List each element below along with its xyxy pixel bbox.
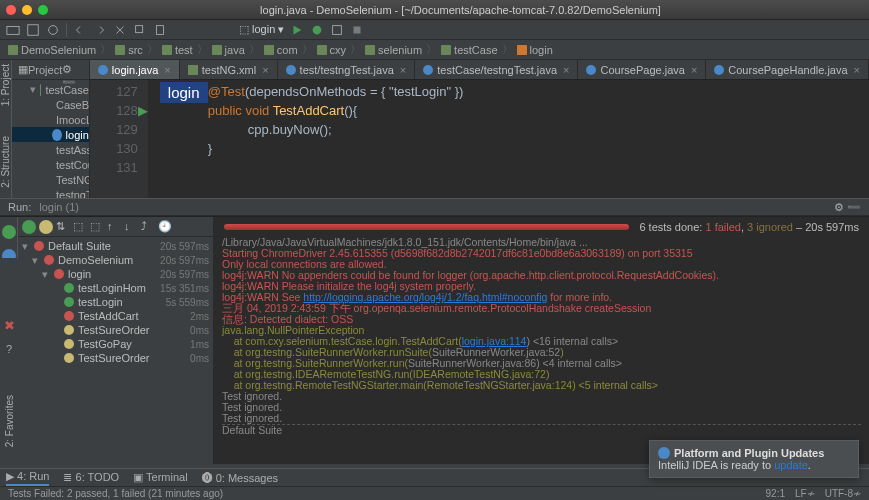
close-window-icon[interactable] <box>6 5 16 15</box>
minimize-window-icon[interactable] <box>22 5 32 15</box>
result-node[interactable]: TestAddCart2ms <box>18 309 213 323</box>
tab-coursepagehandle[interactable]: CoursePageHandle.java× <box>706 60 869 79</box>
cut-icon[interactable] <box>113 23 127 37</box>
result-node[interactable]: testLogin5s 559ms <box>18 295 213 309</box>
bottom-todo-tab[interactable]: ≣ 6: TODO <box>63 471 119 484</box>
crumb-test[interactable]: test <box>162 44 193 56</box>
crumb-com[interactable]: com <box>264 44 298 56</box>
update-popup[interactable]: Platform and Plugin Updates IntelliJ IDE… <box>649 440 859 478</box>
close-icon[interactable]: × <box>854 64 860 76</box>
bottom-messages-tab[interactable]: ⓿ 0: Messages <box>202 472 278 484</box>
run-config-label[interactable]: ⬚ login ▾ <box>239 23 284 36</box>
tree-class-testnglistener[interactable]: TestNGListenerScr <box>12 172 89 187</box>
rerun-icon[interactable] <box>2 225 16 239</box>
crumb-selenium[interactable]: selenium <box>365 44 422 56</box>
main-toolbar: ⬚ login ▾ <box>0 20 869 40</box>
results-tree[interactable]: ▾Default Suite20s 597ms▾DemoSelenium20s … <box>18 237 213 464</box>
result-node[interactable]: ▾Default Suite20s 597ms <box>18 239 213 253</box>
run-gutter-icon[interactable]: ▶ <box>138 103 148 118</box>
bottom-terminal-tab[interactable]: ▣ Terminal <box>133 471 187 484</box>
result-node[interactable]: TestGoPay1ms <box>18 337 213 351</box>
close-icon[interactable]: × <box>563 64 569 76</box>
filter-pass-icon[interactable] <box>22 220 36 234</box>
encoding[interactable]: UTF-8≁ <box>825 488 861 499</box>
titlebar: login.java - DemoSelenium - [~/Documents… <box>0 0 869 20</box>
crumb-testcase[interactable]: testCase <box>441 44 497 56</box>
result-node[interactable]: ▾DemoSelenium20s 597ms <box>18 253 213 267</box>
collapse-icon[interactable]: ⬚ <box>90 220 104 234</box>
favorites-tab[interactable]: 2: Favorites <box>4 395 15 447</box>
tree-class-casebase[interactable]: CaseBase <box>12 97 89 112</box>
tab-login[interactable]: login.java× <box>90 60 180 79</box>
zoom-window-icon[interactable] <box>38 5 48 15</box>
next-icon[interactable]: ↓ <box>124 220 138 234</box>
project-panel-header[interactable]: ▦ Project ⇅ ⚙ ➖ <box>12 60 89 80</box>
expand-icon[interactable]: ⬚ <box>73 220 87 234</box>
tree-class-testassert[interactable]: testAssert <box>12 142 89 157</box>
caret-position[interactable]: 92:1 <box>766 488 785 499</box>
tool-structure-tab[interactable]: 2: Structure <box>0 136 11 188</box>
window-title: login.java - DemoSelenium - [~/Documents… <box>58 4 863 16</box>
code-editor[interactable]: 127128129130131 ▶ login @Test(dependsOnM… <box>90 80 869 198</box>
result-node[interactable]: TestSureOrder0ms <box>18 323 213 337</box>
debug-icon[interactable] <box>310 23 324 37</box>
result-node[interactable]: ▾login20s 597ms <box>18 267 213 281</box>
close-icon[interactable]: × <box>400 64 406 76</box>
gutter: 127128129130131 <box>90 80 148 198</box>
history-icon[interactable]: 🕘 <box>158 220 172 234</box>
filter-skip-icon[interactable] <box>39 220 53 234</box>
open-icon[interactable] <box>6 23 20 37</box>
crumb-java[interactable]: java <box>212 44 245 56</box>
svg-point-5 <box>313 25 322 34</box>
crumb-cxy[interactable]: cxy <box>317 44 347 56</box>
copy-icon[interactable] <box>133 23 147 37</box>
status-text: Tests Failed: 2 passed, 1 failed (21 min… <box>8 488 223 499</box>
breadcrumb-banner: login <box>160 82 208 103</box>
class-icon <box>423 65 433 75</box>
tree-class-testcourselist[interactable]: testCourseList <box>12 157 89 172</box>
source[interactable]: login @Test(dependsOnMethods = { "testLo… <box>148 80 869 198</box>
tab-testng-xml[interactable]: testNG.xml× <box>180 60 278 79</box>
result-node[interactable]: testLoginHom15s 351ms <box>18 281 213 295</box>
undo-icon[interactable] <box>73 23 87 37</box>
close-icon[interactable]: × <box>262 64 268 76</box>
redo-icon[interactable] <box>93 23 107 37</box>
stop-icon[interactable] <box>350 23 364 37</box>
save-icon[interactable] <box>26 23 40 37</box>
tool-project-tab[interactable]: 1: Project <box>0 64 11 106</box>
sort-icon[interactable]: ⇅ <box>56 220 70 234</box>
progress-row: 6 tests done: 1 failed, 3 ignored – 20s … <box>214 217 869 237</box>
refresh-icon[interactable] <box>46 23 60 37</box>
export-icon[interactable]: ⤴ <box>141 220 155 234</box>
coverage-icon[interactable] <box>330 23 344 37</box>
tab-coursepage[interactable]: CoursePage.java× <box>578 60 706 79</box>
error-mark-icon[interactable]: ✖ <box>4 318 15 333</box>
tab-test-testngtest[interactable]: test/testngTest.java× <box>278 60 416 79</box>
run-label: Run: <box>8 201 31 213</box>
console-log[interactable]: /Library/Java/JavaVirtualMachines/jdk1.8… <box>214 237 869 464</box>
result-node[interactable]: TestSureOrder0ms <box>18 351 213 365</box>
tree-class-testngtest[interactable]: testngTest <box>12 187 89 198</box>
popup-title: Platform and Plugin Updates <box>674 447 824 459</box>
prev-icon[interactable]: ↑ <box>107 220 121 234</box>
help-icon[interactable]: ? <box>6 343 12 355</box>
close-icon[interactable]: × <box>164 64 170 76</box>
tab-testcase-testngtest[interactable]: testCase/testngTest.java× <box>415 60 578 79</box>
close-icon[interactable]: × <box>691 64 697 76</box>
paste-icon[interactable] <box>153 23 167 37</box>
crumb-file[interactable]: login <box>517 44 553 56</box>
progress-text: 6 tests done: 1 failed, 3 ignored – 20s … <box>639 221 859 233</box>
tree-class-imooclogin[interactable]: ImoocLogin <box>12 112 89 127</box>
crumb-project[interactable]: DemoSelenium <box>8 44 96 56</box>
run-icon[interactable] <box>290 23 304 37</box>
gear-icon[interactable]: ⚙ ➖ <box>834 201 861 214</box>
bottom-run-tab[interactable]: ▶ 4: Run <box>6 470 49 486</box>
crumb-src[interactable]: src <box>115 44 143 56</box>
update-link[interactable]: update <box>774 459 808 471</box>
tree-pkg-testcase[interactable]: ▾testCase <box>12 82 89 97</box>
window-controls[interactable] <box>6 5 48 15</box>
tree-class-login[interactable]: login <box>12 127 89 142</box>
line-sep[interactable]: LF≁ <box>795 488 815 499</box>
project-tree[interactable]: ▾testCase CaseBase ImoocLogin login test… <box>12 80 89 198</box>
svg-rect-0 <box>7 26 19 34</box>
